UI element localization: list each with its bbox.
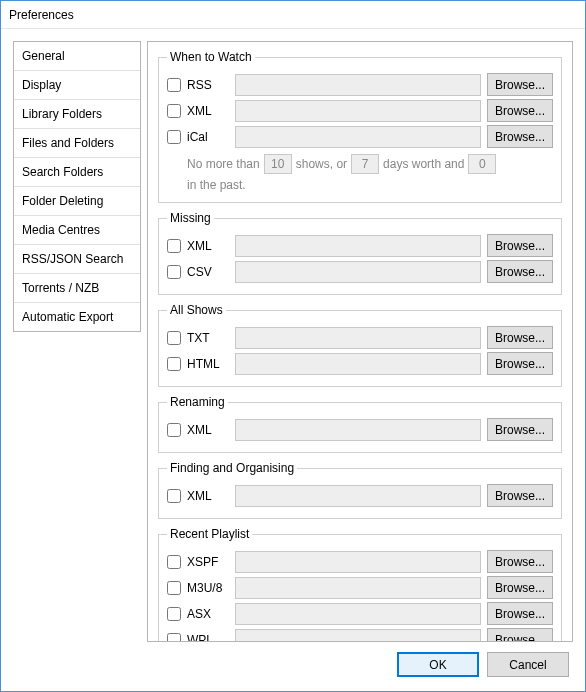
group-all-shows: All Shows TXT Browse... HTML Browse...: [158, 303, 562, 387]
group-finding: Finding and Organising XML Browse...: [158, 461, 562, 519]
limit-prefix: No more than: [187, 157, 260, 171]
checkbox-xml-missing[interactable]: [167, 239, 181, 253]
legend-when-to-watch: When to Watch: [167, 50, 255, 64]
path-xml-missing[interactable]: [235, 235, 481, 257]
path-wpl[interactable]: [235, 629, 481, 643]
row-txt: TXT Browse...: [167, 326, 553, 349]
row-ical: iCal Browse...: [167, 125, 553, 148]
group-when-to-watch: When to Watch RSS Browse... XML Browse..…: [158, 50, 562, 203]
legend-missing: Missing: [167, 211, 214, 225]
path-xml-finding[interactable]: [235, 485, 481, 507]
sidebar-item-media-centres[interactable]: Media Centres: [14, 216, 140, 245]
browse-m3u8[interactable]: Browse...: [487, 576, 553, 599]
path-xspf[interactable]: [235, 551, 481, 573]
label-xml-finding: XML: [187, 489, 229, 503]
label-wpl: WPL: [187, 633, 229, 643]
row-xspf: XSPF Browse...: [167, 550, 553, 573]
legend-all-shows: All Shows: [167, 303, 226, 317]
sidebar-item-automatic-export[interactable]: Automatic Export: [14, 303, 140, 331]
legend-renaming: Renaming: [167, 395, 228, 409]
checkbox-html[interactable]: [167, 357, 181, 371]
path-xml-renaming[interactable]: [235, 419, 481, 441]
limit-past[interactable]: [468, 154, 496, 174]
label-m3u8: M3U/8: [187, 581, 229, 595]
checkbox-txt[interactable]: [167, 331, 181, 345]
browse-txt[interactable]: Browse...: [487, 326, 553, 349]
preferences-window: Preferences General Display Library Fold…: [0, 0, 586, 692]
limits-row: No more than shows, or days worth and in…: [187, 154, 553, 192]
cancel-button[interactable]: Cancel: [487, 652, 569, 677]
row-xml-finding: XML Browse...: [167, 484, 553, 507]
path-ical[interactable]: [235, 126, 481, 148]
browse-xml-wtw[interactable]: Browse...: [487, 99, 553, 122]
checkbox-wpl[interactable]: [167, 633, 181, 643]
row-html: HTML Browse...: [167, 352, 553, 375]
checkbox-xspf[interactable]: [167, 555, 181, 569]
row-m3u8: M3U/8 Browse...: [167, 576, 553, 599]
row-csv-missing: CSV Browse...: [167, 260, 553, 283]
row-xml-wtw: XML Browse...: [167, 99, 553, 122]
label-asx: ASX: [187, 607, 229, 621]
sidebar-item-library-folders[interactable]: Library Folders: [14, 100, 140, 129]
limit-mid2: days worth and: [383, 157, 464, 171]
path-m3u8[interactable]: [235, 577, 481, 599]
sidebar: General Display Library Folders Files an…: [13, 41, 141, 332]
sidebar-item-torrents-nzb[interactable]: Torrents / NZB: [14, 274, 140, 303]
checkbox-m3u8[interactable]: [167, 581, 181, 595]
sidebar-item-folder-deleting[interactable]: Folder Deleting: [14, 187, 140, 216]
checkbox-xml-finding[interactable]: [167, 489, 181, 503]
group-renaming: Renaming XML Browse...: [158, 395, 562, 453]
browse-xml-missing[interactable]: Browse...: [487, 234, 553, 257]
label-rss: RSS: [187, 78, 229, 92]
titlebar: Preferences: [1, 1, 585, 29]
label-xspf: XSPF: [187, 555, 229, 569]
checkbox-xml-wtw[interactable]: [167, 104, 181, 118]
row-asx: ASX Browse...: [167, 602, 553, 625]
browse-xml-finding[interactable]: Browse...: [487, 484, 553, 507]
label-ical: iCal: [187, 130, 229, 144]
path-html[interactable]: [235, 353, 481, 375]
label-xml-missing: XML: [187, 239, 229, 253]
row-xml-renaming: XML Browse...: [167, 418, 553, 441]
checkbox-asx[interactable]: [167, 607, 181, 621]
limit-days[interactable]: [351, 154, 379, 174]
checkbox-xml-renaming[interactable]: [167, 423, 181, 437]
limit-shows[interactable]: [264, 154, 292, 174]
limit-mid1: shows, or: [296, 157, 347, 171]
checkbox-csv-missing[interactable]: [167, 265, 181, 279]
main-panel: When to Watch RSS Browse... XML Browse..…: [147, 41, 573, 642]
checkbox-ical[interactable]: [167, 130, 181, 144]
browse-rss[interactable]: Browse...: [487, 73, 553, 96]
label-xml-renaming: XML: [187, 423, 229, 437]
path-rss[interactable]: [235, 74, 481, 96]
browse-xml-renaming[interactable]: Browse...: [487, 418, 553, 441]
legend-finding: Finding and Organising: [167, 461, 297, 475]
label-txt: TXT: [187, 331, 229, 345]
window-title: Preferences: [9, 8, 74, 22]
path-csv-missing[interactable]: [235, 261, 481, 283]
browse-csv-missing[interactable]: Browse...: [487, 260, 553, 283]
group-recent-playlist: Recent Playlist XSPF Browse... M3U/8 Bro…: [158, 527, 562, 642]
sidebar-item-general[interactable]: General: [14, 42, 140, 71]
label-html: HTML: [187, 357, 229, 371]
path-txt[interactable]: [235, 327, 481, 349]
browse-wpl[interactable]: Browse...: [487, 628, 553, 642]
legend-recent-playlist: Recent Playlist: [167, 527, 252, 541]
browse-ical[interactable]: Browse...: [487, 125, 553, 148]
ok-button[interactable]: OK: [397, 652, 479, 677]
browse-html[interactable]: Browse...: [487, 352, 553, 375]
browse-xspf[interactable]: Browse...: [487, 550, 553, 573]
sidebar-item-files-and-folders[interactable]: Files and Folders: [14, 129, 140, 158]
path-asx[interactable]: [235, 603, 481, 625]
sidebar-item-rss-json-search[interactable]: RSS/JSON Search: [14, 245, 140, 274]
path-xml-wtw[interactable]: [235, 100, 481, 122]
row-rss: RSS Browse...: [167, 73, 553, 96]
footer: OK Cancel: [1, 642, 585, 691]
row-xml-missing: XML Browse...: [167, 234, 553, 257]
checkbox-rss[interactable]: [167, 78, 181, 92]
browse-asx[interactable]: Browse...: [487, 602, 553, 625]
content-area: General Display Library Folders Files an…: [1, 29, 585, 642]
sidebar-item-search-folders[interactable]: Search Folders: [14, 158, 140, 187]
sidebar-item-display[interactable]: Display: [14, 71, 140, 100]
group-missing: Missing XML Browse... CSV Browse...: [158, 211, 562, 295]
